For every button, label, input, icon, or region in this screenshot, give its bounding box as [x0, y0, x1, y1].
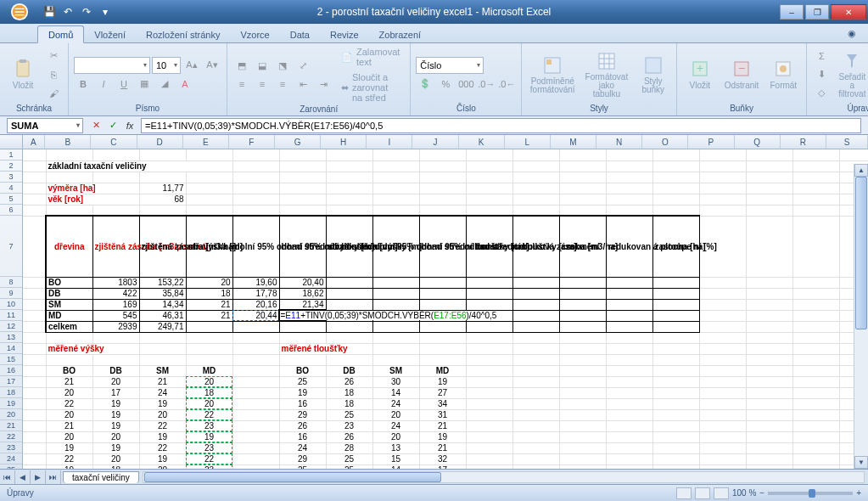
cell-M19[interactable]	[559, 398, 606, 409]
cell-D10[interactable]: 14,34	[139, 299, 186, 310]
tab-layout[interactable]: Rozložení stránky	[136, 26, 230, 42]
row-header-2[interactable]: 2	[0, 160, 22, 172]
cell-E11[interactable]: 21	[186, 310, 232, 321]
cell-O14[interactable]	[652, 343, 699, 354]
cell-Q2[interactable]	[746, 160, 792, 172]
cell-C12[interactable]: 2939	[92, 321, 139, 332]
italic-icon[interactable]: I	[94, 76, 113, 93]
cell-L15[interactable]	[512, 354, 559, 365]
cell-D22[interactable]: 19	[139, 431, 186, 442]
row-header-6[interactable]: 6	[0, 205, 22, 216]
cell-N23[interactable]	[606, 442, 652, 453]
cell-B19[interactable]: 22	[46, 398, 92, 409]
col-header-K[interactable]: K	[459, 135, 505, 149]
cell-I14[interactable]	[372, 343, 419, 354]
cell-K16[interactable]	[466, 365, 512, 376]
cell-A4[interactable]	[23, 183, 46, 194]
row-header-1[interactable]: 1	[0, 149, 22, 160]
cell-E24[interactable]: 22	[186, 453, 232, 464]
cell-E9[interactable]: 18	[186, 288, 232, 299]
cell-O10[interactable]	[652, 299, 699, 310]
horizontal-scrollbar[interactable]	[143, 471, 865, 483]
cell-P13[interactable]	[699, 332, 746, 343]
cell-O13[interactable]	[652, 332, 699, 343]
col-header-F[interactable]: F	[229, 135, 275, 149]
cell-O22[interactable]	[652, 431, 699, 442]
page-layout-icon[interactable]	[695, 487, 710, 499]
col-header-N[interactable]: N	[596, 135, 642, 149]
cell-C13[interactable]	[92, 332, 139, 343]
cell-C19[interactable]: 19	[92, 398, 139, 409]
cell-D20[interactable]: 20	[139, 409, 186, 420]
merge-center-button[interactable]: ⬌Sloučit a zarovnat na střed	[336, 70, 405, 104]
redo-icon[interactable]: ↷	[78, 3, 95, 20]
col-header-R[interactable]: R	[781, 135, 826, 149]
format-cells-button[interactable]: Formát	[765, 57, 801, 92]
bold-icon[interactable]: B	[74, 76, 92, 93]
cell-A23[interactable]	[23, 442, 46, 453]
cell-E12[interactable]	[186, 321, 232, 332]
cell-C7[interactable]: zjištěná zásoba [m3/poro st]	[92, 216, 139, 277]
cell-P20[interactable]	[699, 409, 746, 420]
cell-B20[interactable]: 20	[46, 409, 92, 420]
cell-F7[interactable]: dolní 95% odhad střední výšky [m]	[232, 216, 279, 277]
cell-Q14[interactable]	[746, 343, 792, 354]
cell-R4[interactable]	[792, 183, 839, 194]
cell-O16[interactable]	[652, 365, 699, 376]
zoom-in-icon[interactable]: +	[856, 488, 861, 498]
cell-L12[interactable]	[512, 321, 559, 332]
align-center-icon[interactable]: ≡	[253, 76, 272, 93]
cell-C24[interactable]: 20	[92, 453, 139, 464]
cell-D15[interactable]	[139, 354, 186, 365]
wrap-text-button[interactable]: 📄Zalamovat text	[336, 45, 405, 69]
cell-Q6[interactable]	[746, 205, 792, 216]
cell-D1[interactable]	[139, 149, 186, 160]
cell-O4[interactable]	[652, 183, 699, 194]
cell-H21[interactable]: 23	[326, 420, 372, 431]
cell-J14[interactable]	[419, 343, 466, 354]
cell-A6[interactable]	[23, 205, 46, 216]
cell-L5[interactable]	[512, 194, 559, 205]
scroll-down-icon[interactable]: ▼	[854, 456, 868, 469]
cell-B11[interactable]: MD	[46, 310, 92, 321]
row-header-23[interactable]: 23	[0, 442, 22, 453]
hscroll-thumb[interactable]	[144, 472, 441, 482]
cell-H12[interactable]	[326, 321, 372, 332]
border-icon[interactable]: ▦	[135, 76, 154, 93]
cell-G11[interactable]: =E11+TINV(0,05;39)*SMODCH.VÝBĚR(E17:E56)…	[279, 310, 326, 321]
cell-K23[interactable]	[466, 442, 512, 453]
cell-H15[interactable]	[326, 354, 372, 365]
cell-A20[interactable]	[23, 409, 46, 420]
cell-G15[interactable]	[279, 354, 326, 365]
cell-R23[interactable]	[792, 442, 839, 453]
cell-B9[interactable]: DB	[46, 288, 92, 299]
cell-P5[interactable]	[699, 194, 746, 205]
cell-M5[interactable]	[559, 194, 606, 205]
cell-G19[interactable]: 16	[279, 398, 326, 409]
cell-E23[interactable]: 23	[186, 442, 232, 453]
cell-L4[interactable]	[512, 183, 559, 194]
cell-G13[interactable]	[279, 332, 326, 343]
tab-formulas[interactable]: Vzorce	[230, 26, 279, 42]
cell-B4[interactable]: výměra [ha]	[46, 183, 139, 194]
cell-H23[interactable]: 28	[326, 442, 372, 453]
cell-O11[interactable]	[652, 310, 699, 321]
cell-A5[interactable]	[23, 194, 46, 205]
cell-F19[interactable]	[232, 398, 279, 409]
cell-G22[interactable]: 16	[279, 431, 326, 442]
sheet-nav-first-icon[interactable]: ⏮	[0, 470, 15, 484]
cell-N25[interactable]	[606, 464, 652, 469]
row-header-21[interactable]: 21	[0, 420, 22, 431]
cell-J1[interactable]	[419, 149, 466, 160]
cell-M11[interactable]	[559, 310, 606, 321]
align-top-icon[interactable]: ⬒	[232, 57, 251, 74]
qat-more-icon[interactable]: ▾	[97, 3, 114, 20]
cell-J7[interactable]: horní 95% odhad střední tloušťky [cm]	[419, 216, 466, 277]
cell-C1[interactable]	[92, 149, 139, 160]
cell-D4[interactable]: 11,77	[139, 183, 186, 194]
cell-J6[interactable]	[419, 205, 466, 216]
cell-P16[interactable]	[699, 365, 746, 376]
cell-C23[interactable]: 19	[92, 442, 139, 453]
cell-F16[interactable]	[232, 365, 279, 376]
cell-I12[interactable]	[372, 321, 419, 332]
